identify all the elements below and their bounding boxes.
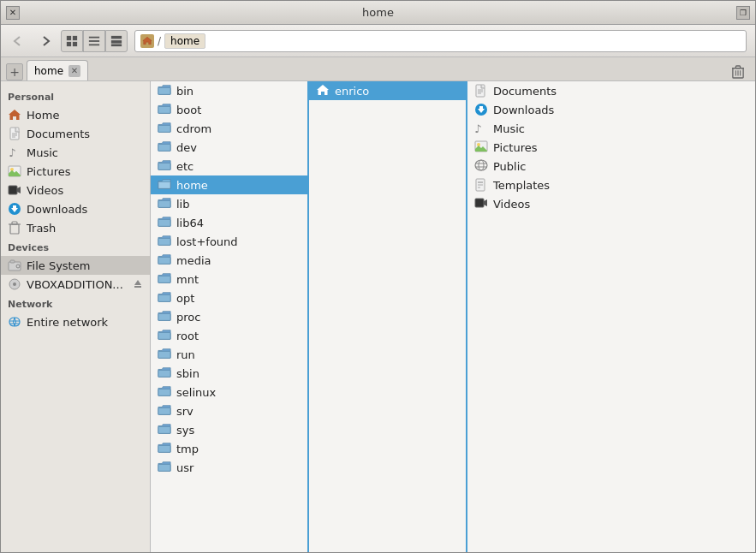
svg-rect-50: [158, 238, 170, 245]
sidebar-item-trash[interactable]: Trash: [1, 218, 150, 237]
panel-root-item-bin[interactable]: bin: [151, 81, 307, 100]
panel-root-item-etc[interactable]: etc: [151, 157, 307, 175]
view-compact-button[interactable]: [105, 30, 128, 52]
panel-root-item-opt[interactable]: opt: [151, 288, 307, 307]
sidebar-item-pictures[interactable]: Pictures: [1, 162, 150, 181]
tab-close-button[interactable]: ✕: [68, 65, 80, 77]
doc-icon: [474, 84, 488, 98]
panel-root-item-proc[interactable]: proc: [151, 307, 307, 326]
folder-icon: [158, 84, 171, 98]
panel-root-item-media[interactable]: media: [151, 251, 307, 270]
file-item-label: Videos: [493, 198, 530, 211]
svg-rect-26: [9, 186, 17, 194]
window: ✕ home ❐: [0, 0, 756, 553]
panel-root-item-dev[interactable]: dev: [151, 138, 307, 157]
sidebar-home-label: Home: [27, 109, 59, 122]
folder-icon: [158, 291, 171, 305]
active-tab[interactable]: home ✕: [27, 60, 88, 80]
sidebar-item-filesystem[interactable]: File System: [1, 256, 150, 275]
folder-icon: [158, 366, 171, 380]
restore-button[interactable]: ❐: [736, 6, 750, 20]
panel-enrico-item-public[interactable]: Public: [467, 157, 755, 175]
panel-root-item-root[interactable]: root: [151, 326, 307, 345]
panel-root-item-sys[interactable]: sys: [151, 420, 307, 439]
panel-enrico-item-videos[interactable]: Videos: [467, 194, 755, 213]
panel-root-item-lib[interactable]: lib: [151, 194, 307, 213]
folder-icon: [158, 122, 171, 135]
svg-rect-58: [158, 389, 170, 395]
panel-enrico-item-templates[interactable]: Templates: [467, 175, 755, 194]
view-icons-button[interactable]: [61, 30, 83, 52]
sidebar-item-downloads[interactable]: Downloads: [1, 199, 150, 218]
file-item-label: Public: [493, 160, 526, 173]
trash-button[interactable]: [729, 63, 747, 80]
file-item-label: proc: [176, 311, 200, 324]
sidebar-documents-label: Documents: [27, 128, 90, 140]
panel-root-item-home[interactable]: home: [151, 175, 307, 194]
svg-point-37: [13, 282, 16, 286]
panel-root: bin boot cdrom dev etc home lib lib64 lo…: [151, 81, 309, 552]
address-crumb[interactable]: home: [164, 33, 205, 49]
panel-enrico-item-downloads[interactable]: Downloads: [467, 100, 755, 119]
panel-root-item-lost+found[interactable]: lost+found: [151, 232, 307, 251]
svg-rect-60: [158, 426, 170, 433]
new-tab-button[interactable]: +: [6, 63, 23, 80]
folder-icon: [158, 423, 171, 437]
file-item-label: Music: [493, 122, 525, 135]
folder-icon: [158, 253, 171, 267]
svg-rect-9: [111, 44, 122, 46]
folder-icon: [158, 329, 171, 342]
folder-icon: [158, 348, 171, 361]
folder-icon: [158, 310, 171, 324]
sidebar-network-label: Network: [1, 294, 150, 312]
address-bar[interactable]: / home: [134, 30, 747, 52]
panel-enrico-item-documents[interactable]: Documents: [467, 81, 755, 100]
sidebar-devices-label: Devices: [1, 237, 150, 256]
sidebar-downloads-label: Downloads: [27, 203, 87, 216]
svg-rect-55: [158, 332, 170, 339]
panel-enrico-item-music[interactable]: ♪Music: [467, 119, 755, 138]
panel-root-item-cdrom[interactable]: cdrom: [151, 119, 307, 138]
eject-icon[interactable]: [133, 278, 143, 291]
templates-icon: [474, 178, 488, 192]
address-separator: /: [158, 35, 161, 47]
panel-root-item-mnt[interactable]: mnt: [151, 270, 307, 288]
panel-root-item-tmp[interactable]: tmp: [151, 439, 307, 458]
toolbar: / home: [1, 25, 755, 57]
back-button[interactable]: [6, 29, 30, 53]
panel-home-item-enrico[interactable]: enrico: [309, 81, 466, 100]
svg-rect-42: [158, 87, 170, 94]
public-icon: [474, 159, 488, 173]
svg-rect-2: [67, 41, 71, 45]
panel-enrico-item-pictures[interactable]: Pictures: [467, 138, 755, 157]
svg-rect-44: [158, 125, 170, 132]
panel-root-item-boot[interactable]: boot: [151, 100, 307, 119]
panel-home-list: enrico: [309, 81, 466, 100]
music-icon: ♪: [474, 122, 488, 135]
file-item-label: dev: [176, 141, 197, 154]
panel-root-item-sbin[interactable]: sbin: [151, 364, 307, 383]
panel-root-item-usr[interactable]: usr: [151, 458, 307, 477]
forward-button[interactable]: [33, 29, 57, 53]
panel-enrico: Documents Downloads♪Music Pictures Publi…: [467, 81, 755, 552]
panel-root-item-selinux[interactable]: selinux: [151, 383, 307, 401]
sidebar-item-videos[interactable]: Videos: [1, 181, 150, 199]
sidebar-item-documents[interactable]: Documents: [1, 124, 150, 143]
svg-rect-5: [89, 40, 99, 42]
sidebar-item-vbox[interactable]: VBOXADDITION...: [1, 275, 150, 294]
sidebar-item-entire-network[interactable]: Entire network: [1, 312, 150, 331]
file-item-label: tmp: [176, 443, 199, 455]
view-list-button[interactable]: [83, 30, 105, 52]
panel-root-item-run[interactable]: run: [151, 345, 307, 364]
folder-icon: [158, 197, 171, 211]
panel-root-item-lib64[interactable]: lib64: [151, 213, 307, 232]
panel-root-item-srv[interactable]: srv: [151, 401, 307, 420]
file-item-label: root: [176, 330, 199, 342]
sidebar-item-music[interactable]: ♪ Music: [1, 143, 150, 162]
sidebar-item-home[interactable]: Home: [1, 105, 150, 124]
tabbar: + home ✕: [1, 57, 755, 81]
close-button[interactable]: ✕: [6, 6, 20, 20]
view-toggle: [61, 30, 128, 52]
panel-home: enrico: [309, 81, 467, 552]
panel-enrico-list: Documents Downloads♪Music Pictures Publi…: [467, 81, 755, 213]
